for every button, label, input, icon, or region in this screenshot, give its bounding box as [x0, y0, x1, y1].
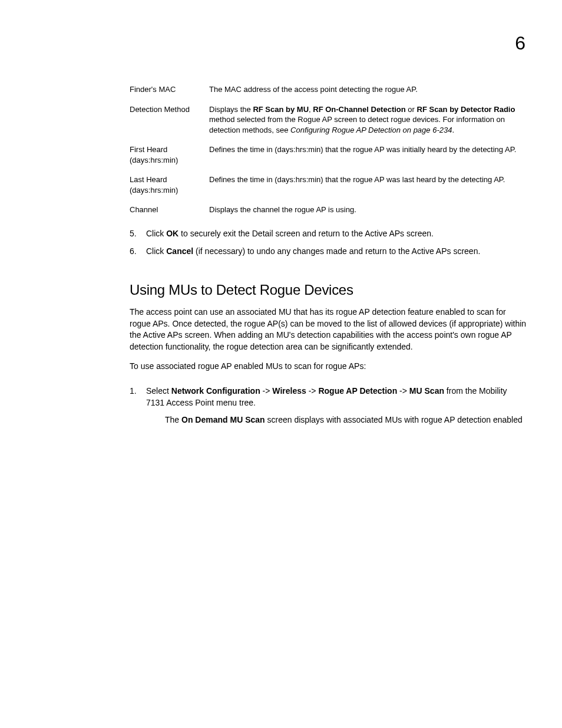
- page: 6 Finder's MACThe MAC address of the acc…: [0, 0, 562, 728]
- step-body: Click OK to securely exit the Detail scr…: [146, 228, 527, 240]
- steps-block-1: 5.Click OK to securely exit the Detail s…: [130, 228, 527, 257]
- step: 6.Click Cancel (if necessary) to undo an…: [130, 246, 527, 258]
- steps-block-2: 1.Select Network Configuration -> Wirele…: [130, 386, 527, 426]
- step-body: Click Cancel (if necessary) to undo any …: [146, 246, 527, 258]
- definition-desc: Defines the time in (days:hrs:min) that …: [209, 174, 527, 195]
- step-number: 5.: [130, 228, 146, 240]
- definition-desc: Displays the RF Scan by MU, RF On-Channe…: [209, 104, 527, 136]
- step-sub: The On Demand MU Scan screen displays wi…: [165, 414, 527, 426]
- definition-list: Finder's MACThe MAC address of the acces…: [130, 84, 527, 215]
- section-heading: Using MUs to Detect Rogue Devices: [130, 282, 527, 298]
- step-body: Select Network Configuration -> Wireless…: [146, 386, 527, 426]
- paragraph: The access point can use an associated M…: [130, 307, 527, 353]
- definition-desc: Defines the time in (days:hrs:min) that …: [209, 144, 527, 165]
- chapter-number: 6: [515, 32, 525, 54]
- definition-term: Last Heard (days:hrs:min): [130, 174, 209, 195]
- definition-term: Detection Method: [130, 104, 209, 136]
- definition-row: Finder's MACThe MAC address of the acces…: [130, 84, 527, 95]
- definition-term: First Heard (days:hrs:min): [130, 144, 209, 165]
- definition-term: Finder's MAC: [130, 84, 209, 95]
- definition-row: Detection MethodDisplays the RF Scan by …: [130, 104, 527, 136]
- definition-row: Last Heard (days:hrs:min)Defines the tim…: [130, 174, 527, 195]
- paragraph: To use associated rogue AP enabled MUs t…: [130, 361, 527, 373]
- step: 5.Click OK to securely exit the Detail s…: [130, 228, 527, 240]
- definition-row: ChannelDisplays the channel the rogue AP…: [130, 205, 527, 215]
- step-number: 6.: [130, 246, 146, 258]
- definition-row: First Heard (days:hrs:min)Defines the ti…: [130, 144, 527, 165]
- step: 1.Select Network Configuration -> Wirele…: [130, 386, 527, 426]
- definition-desc: The MAC address of the access point dete…: [209, 84, 527, 95]
- step-number: 1.: [130, 386, 146, 426]
- definition-desc: Displays the channel the rogue AP is usi…: [209, 205, 527, 215]
- definition-term: Channel: [130, 205, 209, 215]
